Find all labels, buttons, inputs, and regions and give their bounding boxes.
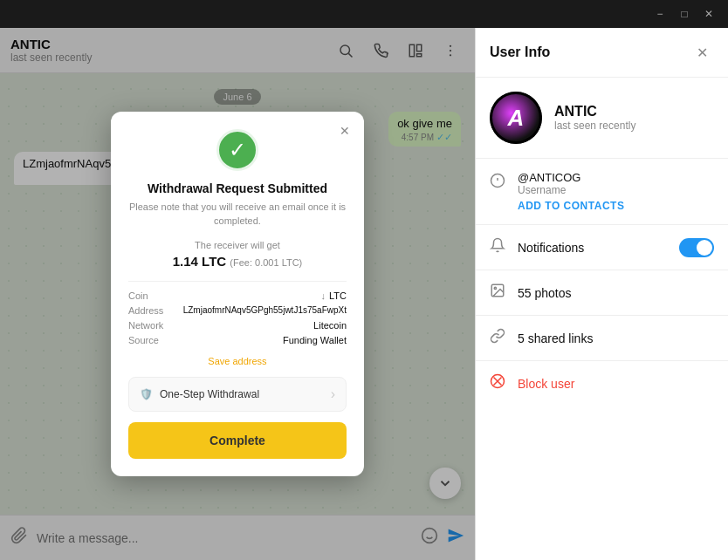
modal-close-button[interactable]: ✕ [334,120,355,141]
link-icon [490,328,505,348]
save-address-link[interactable]: Save address [128,356,347,366]
svg-point-15 [494,287,496,289]
one-step-emoji: 🛡️ [140,388,153,400]
bell-icon [490,237,505,257]
avatar-inner: A [490,92,542,144]
user-handle-section: @ANTICOG Username ADD TO CONTACTS [476,159,728,225]
network-label: Network [128,320,163,331]
address-value: LZmjaofmrNAqv5GPgh55jwtJ1s75aFwpXt [183,305,347,316]
notifications-label: Notifications [518,241,667,255]
network-value: Litecoin [313,320,347,331]
coin-label: Coin [128,290,148,301]
user-profile-info: ANTIC last seen recently [554,104,635,132]
minimize-button[interactable]: − [648,2,672,26]
titlebar: − □ ✕ [0,0,728,28]
photo-icon [490,283,505,303]
detail-row-source: Source Funding Wallet [128,335,347,345]
close-button[interactable]: ✕ [697,2,721,26]
handle-content: @ANTICOG Username ADD TO CONTACTS [518,171,624,212]
user-info-title: User Info [490,44,550,60]
address-label: Address [128,305,163,316]
modal-amount: 1.14 LTC (Fee: 0.001 LTC) [128,254,347,269]
modal-fee: (Fee: 0.001 LTC) [230,257,302,268]
user-info-close-button[interactable]: ✕ [690,40,714,65]
modal-success-icon: ✓ [128,129,347,171]
detail-row-coin: Coin ↓ LTC [128,290,347,301]
detail-row-network: Network Litecoin [128,320,347,331]
main-layout: ANTIC last seen recently [0,28,728,560]
complete-button[interactable]: Complete [128,422,347,459]
shared-links-section[interactable]: 5 shared links [476,316,728,361]
one-step-label: 🛡️ One-Step Withdrawal [140,388,259,400]
user-info-panel: User Info ✕ A ANTIC last seen recently @… [475,28,728,560]
modal-title: Withdrawal Request Submitted [128,181,347,195]
shared-links-count: 5 shared links [518,331,593,345]
block-icon [490,373,505,393]
add-to-contacts-button[interactable]: ADD TO CONTACTS [518,200,624,212]
block-user-label: Block user [518,377,574,391]
photos-section[interactable]: 55 photos [476,270,728,316]
one-step-withdrawal-row[interactable]: 🛡️ One-Step Withdrawal › [128,377,347,412]
chat-panel: ANTIC last seen recently [0,28,475,560]
coin-value: ↓ LTC [321,290,347,301]
user-handle: @ANTICOG [518,171,624,184]
notifications-toggle[interactable] [679,238,714,257]
one-step-arrow-icon: › [331,386,335,402]
avatar: A [490,92,542,144]
modal-overlay: ✕ ✓ Withdrawal Request Submitted Please … [0,28,475,560]
detail-row-address: Address LZmjaofmrNAqv5GPgh55jwtJ1s75aFwp… [128,305,347,316]
user-status: last seen recently [554,120,635,132]
user-name: ANTIC [554,104,635,120]
photos-count: 55 photos [518,286,572,300]
maximize-button[interactable]: □ [672,2,697,26]
block-user-section[interactable]: Block user [476,361,728,406]
check-circle-icon: ✓ [216,129,258,171]
modal-subtitle: Please note that you will receive an ema… [128,201,347,228]
modal-receiver-label: The receiver will get [128,240,347,250]
user-profile-section: A ANTIC last seen recently [476,78,728,159]
source-value: Funding Wallet [283,335,347,345]
source-label: Source [128,335,159,345]
withdrawal-modal: ✕ ✓ Withdrawal Request Submitted Please … [111,112,364,476]
user-info-header: User Info ✕ [476,28,728,78]
info-icon [490,173,505,193]
notifications-section: Notifications [476,225,728,270]
handle-sublabel: Username [518,184,624,196]
modal-details: Coin ↓ LTC Address LZmjaofmrNAqv5GPgh55j… [128,281,347,345]
